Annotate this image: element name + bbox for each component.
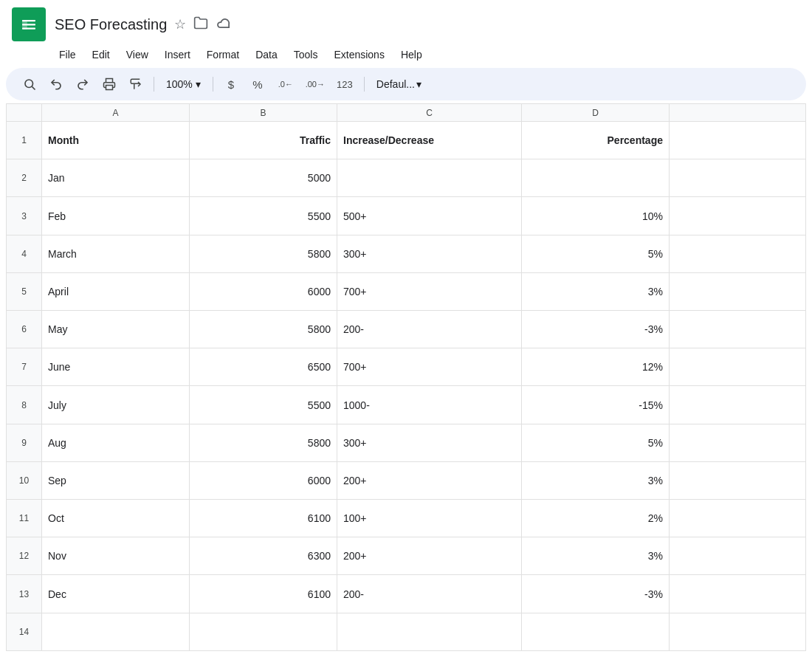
cell-3-c[interactable]: 500+ xyxy=(337,197,522,235)
menu-format[interactable]: Format xyxy=(199,46,247,63)
cell-3-d[interactable]: 10% xyxy=(522,197,670,235)
cell-1-b[interactable]: Traffic xyxy=(190,122,337,159)
menu-file[interactable]: File xyxy=(52,46,83,63)
cell-10-b[interactable]: 6000 xyxy=(190,461,337,499)
cell-8-a[interactable]: July xyxy=(42,386,190,424)
cell-5-e[interactable] xyxy=(670,272,806,310)
menu-help[interactable]: Help xyxy=(393,46,430,63)
col-header-e[interactable] xyxy=(670,104,806,122)
col-header-c[interactable]: C xyxy=(337,104,522,122)
cell-6-b[interactable]: 5800 xyxy=(190,311,337,348)
cell-7-d[interactable]: 12% xyxy=(522,348,670,386)
cell-8-d[interactable]: -15% xyxy=(522,386,670,424)
print-icon[interactable] xyxy=(97,72,121,96)
cell-9-b[interactable]: 5800 xyxy=(190,424,337,461)
cell-11-a[interactable]: Oct xyxy=(42,500,190,537)
cell-10-d[interactable]: 3% xyxy=(522,461,670,499)
cell-9-d[interactable]: 5% xyxy=(522,424,670,461)
cell-13-a[interactable]: Dec xyxy=(42,575,190,613)
cell-4-c[interactable]: 300+ xyxy=(337,235,522,272)
cell-2-b[interactable]: 5000 xyxy=(190,159,337,197)
folder-icon[interactable] xyxy=(193,16,208,33)
cell-10-e[interactable] xyxy=(670,461,806,499)
cell-1-d[interactable]: Percentage xyxy=(522,122,670,159)
col-header-b[interactable]: B xyxy=(190,104,337,122)
menu-edit[interactable]: Edit xyxy=(85,46,117,63)
decimal-increase-button[interactable]: .00→ xyxy=(302,72,328,96)
percent-button[interactable]: % xyxy=(246,72,269,96)
cell-1-c[interactable]: Increase/Decrease xyxy=(337,122,522,159)
cell-7-b[interactable]: 6500 xyxy=(190,348,337,386)
cell-6-c[interactable]: 200- xyxy=(337,311,522,348)
currency-button[interactable]: $ xyxy=(219,72,243,96)
cell-12-b[interactable]: 6300 xyxy=(190,537,337,575)
cell-3-b[interactable]: 5500 xyxy=(190,197,337,235)
star-icon[interactable]: ☆ xyxy=(174,16,186,32)
cell-8-c[interactable]: 1000- xyxy=(337,386,522,424)
cell-5-d[interactable]: 3% xyxy=(522,272,670,310)
decimal-decrease-button[interactable]: .0← xyxy=(272,72,299,96)
search-icon[interactable] xyxy=(18,72,41,96)
cell-4-d[interactable]: 5% xyxy=(522,235,670,272)
font-format-dropdown[interactable]: Defaul... ▾ xyxy=(371,75,427,93)
cell-3-e[interactable] xyxy=(670,197,806,235)
col-header-d[interactable]: D xyxy=(522,104,670,122)
cell-10-a[interactable]: Sep xyxy=(42,461,190,499)
cell-14-c[interactable] xyxy=(337,613,522,650)
cell-12-e[interactable] xyxy=(670,537,806,575)
cell-13-d[interactable]: -3% xyxy=(522,575,670,613)
cell-4-b[interactable]: 5800 xyxy=(190,235,337,272)
cell-1-a[interactable]: Month xyxy=(42,122,190,159)
undo-icon[interactable] xyxy=(44,72,68,96)
cell-14-a[interactable] xyxy=(42,613,190,650)
menu-insert[interactable]: Insert xyxy=(157,46,198,63)
number-format-button[interactable]: 123 xyxy=(331,72,358,96)
cell-12-a[interactable]: Nov xyxy=(42,537,190,575)
cell-2-d[interactable] xyxy=(522,159,670,197)
cell-14-b[interactable] xyxy=(190,613,337,650)
cell-7-c[interactable]: 700+ xyxy=(337,348,522,386)
cell-7-e[interactable] xyxy=(670,348,806,386)
cell-11-c[interactable]: 100+ xyxy=(337,500,522,537)
cell-6-a[interactable]: May xyxy=(42,311,190,348)
redo-icon[interactable] xyxy=(71,72,94,96)
cell-14-e[interactable] xyxy=(670,613,806,650)
cell-6-d[interactable]: -3% xyxy=(522,311,670,348)
cell-9-e[interactable] xyxy=(670,424,806,461)
cell-10-c[interactable]: 200+ xyxy=(337,461,522,499)
menu-tools[interactable]: Tools xyxy=(286,46,326,63)
cell-3-a[interactable]: Feb xyxy=(42,197,190,235)
cell-14-d[interactable] xyxy=(522,613,670,650)
cell-13-b[interactable]: 6100 xyxy=(190,575,337,613)
cell-11-e[interactable] xyxy=(670,500,806,537)
cell-5-c[interactable]: 700+ xyxy=(337,272,522,310)
cell-11-d[interactable]: 2% xyxy=(522,500,670,537)
cell-4-a[interactable]: March xyxy=(42,235,190,272)
menu-data[interactable]: Data xyxy=(248,46,285,63)
cell-8-b[interactable]: 5500 xyxy=(190,386,337,424)
cell-12-c[interactable]: 200+ xyxy=(337,537,522,575)
doc-title-text[interactable]: SEO Forecasting xyxy=(55,16,167,33)
menu-extensions[interactable]: Extensions xyxy=(326,46,391,63)
cell-1-e[interactable] xyxy=(670,122,806,159)
cell-13-e[interactable] xyxy=(670,575,806,613)
cell-7-a[interactable]: June xyxy=(42,348,190,386)
cell-2-a[interactable]: Jan xyxy=(42,159,190,197)
cell-5-b[interactable]: 6000 xyxy=(190,272,337,310)
cell-11-b[interactable]: 6100 xyxy=(190,500,337,537)
paint-format-icon[interactable] xyxy=(124,72,148,96)
cell-6-e[interactable] xyxy=(670,311,806,348)
cell-2-e[interactable] xyxy=(670,159,806,197)
zoom-selector[interactable]: 100% ▾ xyxy=(160,75,207,93)
cell-4-e[interactable] xyxy=(670,235,806,272)
cloud-icon[interactable] xyxy=(216,17,232,32)
cell-9-a[interactable]: Aug xyxy=(42,424,190,461)
cell-5-a[interactable]: April xyxy=(42,272,190,310)
col-header-a[interactable]: A xyxy=(42,104,190,122)
cell-12-d[interactable]: 3% xyxy=(522,537,670,575)
cell-8-e[interactable] xyxy=(670,386,806,424)
menu-view[interactable]: View xyxy=(119,46,156,63)
cell-9-c[interactable]: 300+ xyxy=(337,424,522,461)
cell-2-c[interactable] xyxy=(337,159,522,197)
cell-13-c[interactable]: 200- xyxy=(337,575,522,613)
